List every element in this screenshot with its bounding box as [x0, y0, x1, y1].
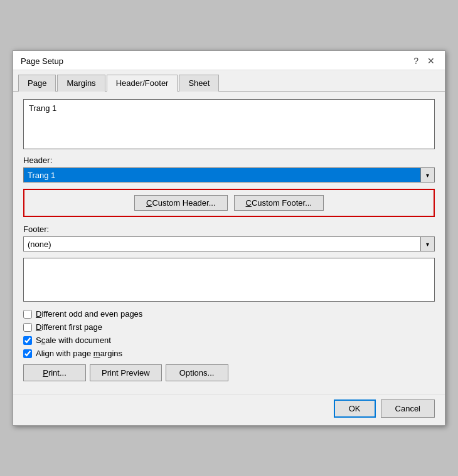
header-preview-text: Trang 1	[29, 103, 56, 113]
custom-footer-button[interactable]: CCustom Footer...	[234, 195, 324, 211]
first-page-label: Different first page	[36, 322, 102, 332]
footer-dropdown-arrow[interactable]: ▾	[421, 236, 435, 251]
header-select[interactable]: Trang 1	[23, 167, 421, 182]
dialog-title: Page Setup	[21, 56, 63, 66]
dialog-content: Trang 1 Header: Trang 1 ▾ CCustom Header…	[13, 92, 445, 394]
tab-margins[interactable]: Margins	[57, 75, 105, 92]
custom-buttons-container: CCustom Header... CCustom Footer...	[23, 189, 435, 217]
align-margins-checkbox[interactable]	[23, 349, 32, 358]
header-dropdown-arrow[interactable]: ▾	[421, 167, 435, 182]
custom-header-button[interactable]: CCustom Header...	[134, 195, 228, 211]
footer-label: Footer:	[23, 225, 435, 234]
page-setup-dialog: Page Setup ? ✕ Page Margins Header/Foote…	[13, 50, 445, 426]
footer-select[interactable]: (none)	[23, 236, 421, 251]
header-dropdown-row: Trang 1 ▾	[23, 167, 435, 182]
title-actions: ? ✕	[411, 56, 437, 66]
odd-even-label: Different odd and even pages	[36, 309, 142, 319]
footer-preview-box	[23, 258, 435, 302]
tab-header-footer[interactable]: Header/Footer	[107, 75, 178, 92]
align-margins-label: Align with page margins	[36, 349, 122, 358]
help-button[interactable]: ?	[411, 56, 421, 66]
header-preview-box: Trang 1	[23, 99, 435, 149]
tab-sheet[interactable]: Sheet	[179, 75, 219, 92]
cancel-button[interactable]: Cancel	[381, 399, 435, 418]
scale-doc-label: Scale with document	[36, 336, 111, 345]
options-button[interactable]: Options...	[166, 364, 228, 381]
title-bar: Page Setup ? ✕	[13, 51, 445, 70]
print-button[interactable]: Print...	[23, 364, 86, 381]
header-label: Header:	[23, 156, 435, 165]
checkbox-first-page: Different first page	[23, 322, 435, 332]
dialog-footer: OK Cancel	[13, 394, 445, 425]
tab-bar: Page Margins Header/Footer Sheet	[13, 70, 445, 92]
scale-doc-checkbox[interactable]	[23, 336, 32, 345]
close-button[interactable]: ✕	[425, 56, 437, 66]
action-buttons-row: Print... Print Preview Options...	[23, 364, 435, 381]
checkbox-odd-even: Different odd and even pages	[23, 309, 435, 319]
checkbox-scale-doc: Scale with document	[23, 336, 435, 345]
checkbox-align-margins: Align with page margins	[23, 349, 435, 358]
footer-dropdown-row: (none) ▾	[23, 236, 435, 251]
first-page-checkbox[interactable]	[23, 323, 32, 332]
tab-page[interactable]: Page	[18, 75, 56, 92]
print-preview-button[interactable]: Print Preview	[90, 364, 162, 381]
ok-button[interactable]: OK	[334, 399, 376, 418]
odd-even-checkbox[interactable]	[23, 310, 32, 319]
